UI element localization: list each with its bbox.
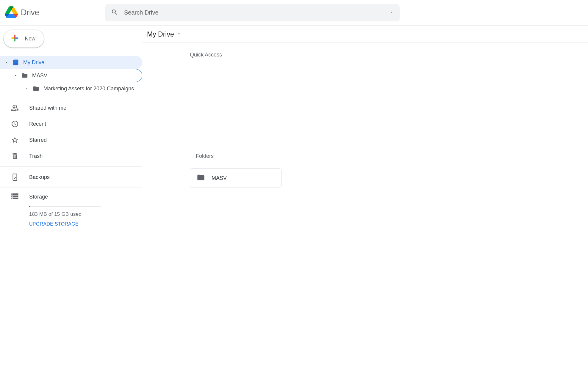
nav-label-shared: Shared with me — [29, 105, 66, 111]
nav-item-backups[interactable]: Backups — [0, 169, 142, 185]
nav-item-starred[interactable]: Starred — [0, 132, 142, 148]
trash-icon — [11, 152, 19, 160]
drive-logo-icon — [5, 6, 18, 19]
folder-grid: MASV — [190, 168, 588, 188]
plus-icon — [10, 33, 20, 44]
search-bar[interactable] — [105, 4, 400, 21]
main-content: My Drive Quick Access Folders MASV — [142, 26, 588, 227]
star-icon — [11, 136, 19, 144]
logo[interactable]: Drive — [5, 6, 105, 19]
nav-item-recent[interactable]: Recent — [0, 116, 142, 132]
sidebar-item-my-drive[interactable]: My Drive — [0, 56, 142, 69]
breadcrumb-title: My Drive — [147, 30, 174, 38]
app-name: Drive — [21, 8, 39, 17]
search-options-icon[interactable] — [390, 10, 394, 15]
sidebar: New My Drive MASV — [0, 26, 142, 227]
search-input[interactable] — [124, 9, 384, 16]
chevron-down-icon — [176, 32, 181, 37]
header: Drive — [0, 0, 588, 26]
storage-label: Storage — [29, 194, 48, 200]
tree-label-my-drive: My Drive — [23, 59, 44, 66]
new-button-label: New — [25, 36, 35, 42]
storage-usage-text: 183 MB of 15 GB used — [29, 211, 142, 217]
search-icon — [111, 9, 118, 17]
nav-item-trash[interactable]: Trash — [0, 148, 142, 164]
sidebar-item-masv[interactable]: MASV — [0, 69, 142, 82]
nav-section: Shared with me Recent Starred Trash — [0, 100, 142, 227]
tree-label-masv: MASV — [32, 73, 47, 79]
folder-card-label: MASV — [212, 175, 227, 181]
chevron-right-icon[interactable] — [24, 86, 29, 91]
storage-section: Storage 183 MB of 15 GB used UPGRADE STO… — [0, 190, 142, 227]
container: New My Drive MASV — [0, 26, 588, 227]
storage-progress-bar — [29, 206, 101, 207]
folder-card-masv[interactable]: MASV — [190, 168, 282, 188]
folder-icon — [197, 173, 205, 183]
sidebar-item-marketing-assets[interactable]: Marketing Assets for 2020 Campaigns — [0, 82, 142, 95]
storage-progress-fill — [29, 206, 30, 207]
upgrade-storage-link[interactable]: UPGRADE STORAGE — [29, 221, 142, 227]
folder-tree: My Drive MASV Marketing Assets for 2020 — [0, 56, 142, 95]
chevron-down-icon[interactable] — [4, 60, 9, 65]
nav-label-recent: Recent — [29, 121, 46, 127]
nav-label-starred: Starred — [29, 137, 47, 143]
quick-access-heading: Quick Access — [190, 52, 588, 58]
nav-label-backups: Backups — [29, 174, 50, 180]
clock-icon — [11, 120, 19, 128]
folders-heading: Folders — [196, 153, 588, 159]
nav-item-shared[interactable]: Shared with me — [0, 100, 142, 116]
shared-icon — [11, 104, 19, 112]
breadcrumb[interactable]: My Drive — [142, 30, 588, 43]
chevron-down-icon[interactable] — [13, 73, 18, 78]
nav-label-trash: Trash — [29, 153, 43, 159]
backups-icon — [11, 173, 19, 181]
divider — [0, 188, 142, 188]
storage-icon — [11, 192, 19, 202]
tree-label-marketing: Marketing Assets for 2020 Campaigns — [43, 86, 134, 92]
new-button[interactable]: New — [4, 30, 44, 48]
folder-icon — [21, 72, 28, 79]
divider — [0, 166, 142, 167]
folder-icon — [33, 85, 39, 92]
drive-icon — [12, 59, 19, 66]
nav-item-storage[interactable]: Storage — [11, 190, 142, 203]
